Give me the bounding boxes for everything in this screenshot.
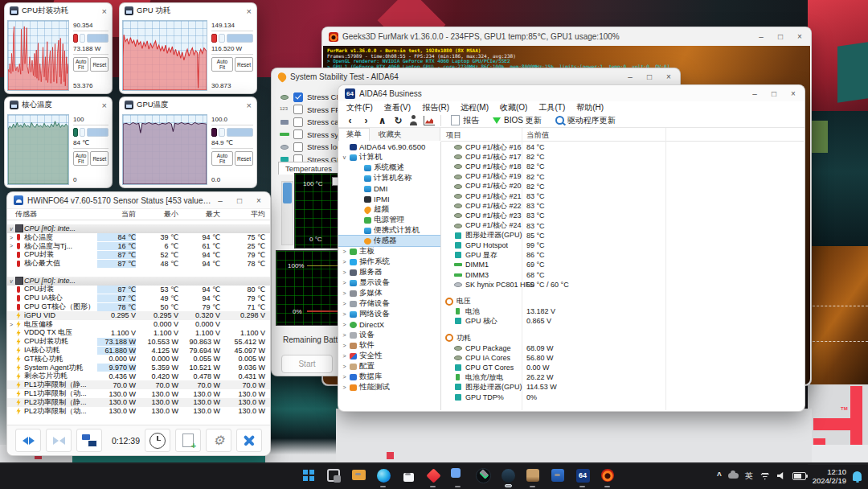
sensor-value-row[interactable]: GPU Hotspot 99 °C xyxy=(441,240,804,250)
column-min[interactable]: 最小 xyxy=(136,209,178,220)
expand-icon[interactable]: v xyxy=(342,154,347,160)
driver-update-button[interactable]: 驱动程序更新 xyxy=(551,114,620,127)
expand-icon[interactable]: > xyxy=(342,374,347,380)
furmark-taskbar-icon[interactable] xyxy=(598,466,617,485)
reset-button[interactable]: Reset xyxy=(235,57,253,72)
tree-item[interactable]: 电源管理 xyxy=(338,215,440,225)
tree-item[interactable]: DMI xyxy=(338,183,440,194)
expand-icon[interactable]: > xyxy=(342,290,347,296)
menu-item[interactable]: 文件(F) xyxy=(346,102,373,113)
sensor-row[interactable]: 核心最大值 87 ℃ 48 ℃ 94 ℃ 78 ℃ xyxy=(7,259,270,268)
up-button[interactable]: ∧ xyxy=(377,115,387,126)
sensor-value-row[interactable]: CPU #1/核心 #23 83 °C xyxy=(441,211,804,220)
tree-item[interactable]: > DirectX xyxy=(338,319,440,330)
clock-button[interactable] xyxy=(145,429,170,452)
stress-checkbox[interactable] xyxy=(293,129,303,139)
graph-titlebar[interactable]: 核心温度 × xyxy=(5,97,112,113)
back-button[interactable]: ‹ xyxy=(345,115,355,126)
sensor-value-row[interactable]: 电池 13.182 V xyxy=(441,306,804,316)
tree-item[interactable]: 便携式计算机 xyxy=(338,225,440,236)
notification-bell-icon[interactable] xyxy=(853,471,862,481)
expand-icon[interactable]: > xyxy=(7,243,15,249)
sensor-value-row[interactable]: CPU GT Cores 0.00 W xyxy=(441,363,804,372)
graph-titlebar[interactable]: GPU 功耗 × xyxy=(120,3,256,18)
sensor-value-row[interactable]: 功耗 xyxy=(441,333,804,343)
tab-menu[interactable]: 菜单 xyxy=(338,128,370,141)
collapse-columns-button[interactable] xyxy=(46,429,72,452)
expand-icon[interactable]: > xyxy=(342,311,347,317)
grid-color-swatch[interactable] xyxy=(227,128,253,137)
menu-item[interactable]: 查看(V) xyxy=(384,102,411,113)
bg-color-swatch[interactable] xyxy=(80,34,84,43)
expand-icon[interactable]: > xyxy=(342,322,347,327)
sensor-row[interactable]: CPU GT核心（图形） 78 ℃ 50 ℃ 79 ℃ 71 ℃ xyxy=(7,302,270,311)
report-button[interactable] xyxy=(175,429,201,452)
tab-favorites[interactable]: 收藏夹 xyxy=(371,129,409,141)
user-icon[interactable] xyxy=(409,115,418,125)
expand-icon[interactable]: > xyxy=(342,249,347,254)
expand-icon[interactable]: > xyxy=(7,322,15,327)
column-avg[interactable]: 平均 xyxy=(220,209,265,220)
tree-item[interactable]: 传感器 xyxy=(338,236,440,246)
menu-item[interactable]: 远程(M) xyxy=(461,102,489,113)
graph-titlebar[interactable]: GPU温度 × xyxy=(120,97,256,113)
sensor-value-row[interactable]: CPU IA Cores 56.80 W xyxy=(441,353,804,363)
grid-color-swatch[interactable] xyxy=(87,128,108,137)
bg-color-swatch[interactable] xyxy=(80,128,84,137)
expand-icon[interactable]: > xyxy=(342,301,347,306)
tree-item[interactable]: > 多媒体 xyxy=(338,288,440,298)
close-sensors-button[interactable] xyxy=(236,429,262,452)
expand-icon[interactable]: > xyxy=(342,384,347,390)
menu-item[interactable]: 工具(T) xyxy=(538,102,565,113)
bg-color-swatch[interactable] xyxy=(219,34,224,43)
expand-icon[interactable]: > xyxy=(342,259,347,265)
tree-item[interactable]: > 设备 xyxy=(338,330,440,340)
autofit-button[interactable]: Auto Fit xyxy=(73,57,88,72)
column-max[interactable]: 最大 xyxy=(178,209,220,220)
maximize-icon[interactable]: □ xyxy=(235,196,244,205)
wifi-icon[interactable] xyxy=(760,472,771,480)
reset-button[interactable]: Reset xyxy=(90,151,108,166)
sensor-value-row[interactable]: SK hynix PC801 HFS001TEJ9... 59 °C / 60 … xyxy=(441,280,804,290)
sensor-value-row[interactable] xyxy=(441,290,804,297)
close-icon[interactable]: × xyxy=(795,32,805,41)
remote-monitor-button[interactable] xyxy=(76,429,102,452)
minimize-icon[interactable]: – xyxy=(756,32,766,41)
expand-icon[interactable]: > xyxy=(342,332,347,338)
column-value[interactable]: 当前值 xyxy=(526,130,550,141)
sensor-value-row[interactable]: CPU #1/核心 #20 82 °C xyxy=(441,182,804,191)
sensor-value-row[interactable]: CPU #1/核心 #16 84 °C xyxy=(441,142,804,152)
aida64-taskbar-icon[interactable] xyxy=(573,466,592,485)
sensor-value-row[interactable] xyxy=(441,326,804,333)
expand-icon[interactable]: > xyxy=(342,343,347,348)
tree-item[interactable]: > 操作系统 xyxy=(338,257,440,267)
sensor-value-row[interactable]: CPU #1/核心 #21 83 °C xyxy=(441,191,804,201)
close-icon[interactable]: × xyxy=(664,72,674,81)
close-icon[interactable]: × xyxy=(788,89,798,98)
start-button[interactable]: Start xyxy=(281,355,333,373)
series-color-swatch[interactable] xyxy=(73,128,78,137)
series-color-swatch[interactable] xyxy=(211,128,217,137)
tree-item[interactable]: 计算机名称 xyxy=(338,173,440,183)
sensor-value-row[interactable]: CPU #1/核心 #19 82 °C xyxy=(441,172,804,182)
microsoft-store-icon[interactable] xyxy=(399,466,418,485)
tree-item[interactable]: > 安全性 xyxy=(338,351,440,361)
expand-icon[interactable]: > xyxy=(342,364,347,369)
autofit-button[interactable]: Auto Fit xyxy=(73,151,88,166)
game-app-icon[interactable] xyxy=(523,466,542,485)
sensor-value-row[interactable]: DIMM1 69 °C xyxy=(441,260,804,269)
tree-item[interactable]: > 主板 xyxy=(338,246,440,257)
sensor-value-row[interactable]: 图形处理器(GPU) 85 °C xyxy=(441,231,804,240)
green-app-icon[interactable] xyxy=(473,466,493,485)
expand-icon[interactable]: > xyxy=(342,353,347,359)
refresh-button[interactable]: ↻ xyxy=(393,115,403,126)
steam-icon[interactable] xyxy=(498,466,518,485)
close-icon[interactable]: × xyxy=(247,101,252,110)
hwinfo-titlebar[interactable]: HWiNFO64 v7.60-5170 Sensor Status [453 v… xyxy=(7,192,270,209)
edge-browser-icon[interactable] xyxy=(374,466,393,485)
column-item[interactable]: 项目 xyxy=(446,130,461,141)
sensor-row[interactable] xyxy=(7,268,270,277)
stress-checkbox[interactable] xyxy=(293,92,303,102)
file-explorer-icon[interactable] xyxy=(349,466,368,485)
sensor-value-row[interactable]: CPU #1/核心 #18 82 °C xyxy=(441,162,804,171)
